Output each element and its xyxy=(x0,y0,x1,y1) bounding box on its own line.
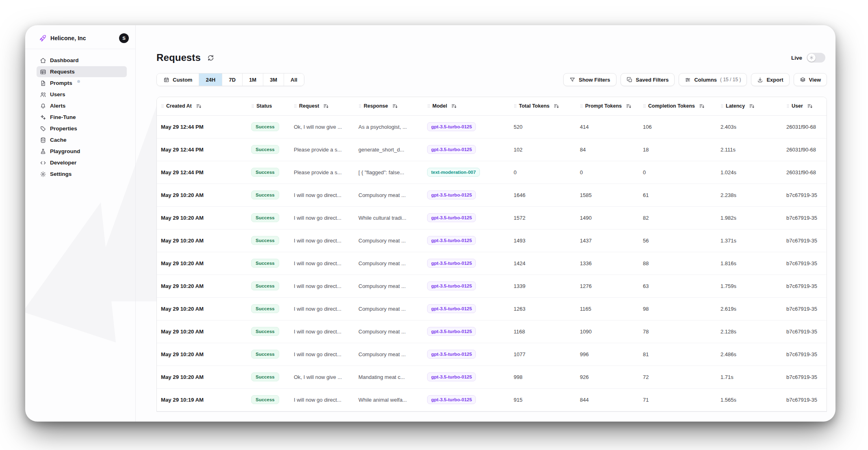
column-header-request[interactable]: Request xyxy=(290,97,354,115)
cell-completion-tokens: 106 xyxy=(639,115,716,138)
cell-request: I will now go direct... xyxy=(290,184,354,206)
time-range-1m[interactable]: 1M xyxy=(243,74,263,86)
avatar[interactable]: S xyxy=(119,33,129,43)
table-row[interactable]: May 29 10:20 AMSuccessI will now go dire… xyxy=(157,297,827,320)
cell-request: I will now go direct... xyxy=(290,320,354,343)
table-row[interactable]: May 29 10:20 AMSuccessOk, I will now giv… xyxy=(157,366,827,388)
column-header-total-tokens[interactable]: Total Tokens xyxy=(510,97,576,115)
table-row[interactable]: May 29 10:20 AMSuccessI will now go dire… xyxy=(157,229,827,252)
drag-handle-icon[interactable] xyxy=(160,104,165,108)
cell-completion-tokens: 0 xyxy=(639,161,716,184)
sort-desc-icon[interactable] xyxy=(749,103,755,109)
table-row[interactable]: May 29 10:20 AMSuccessI will now go dire… xyxy=(157,320,827,343)
cell-prompt-tokens: 0 xyxy=(576,161,639,184)
drag-handle-icon[interactable] xyxy=(786,104,790,108)
requests-table: Created AtStatusRequestResponseModelTota… xyxy=(157,97,827,411)
saved-filters-button[interactable]: Saved Filters xyxy=(621,73,675,86)
model-pill: gpt-3.5-turbo-0125 xyxy=(427,281,476,290)
cell-model: gpt-3.5-turbo-0125 xyxy=(423,388,510,411)
status-badge: Success xyxy=(251,122,279,131)
sidebar-item-settings[interactable]: Settings xyxy=(37,169,127,180)
sort-desc-icon[interactable] xyxy=(626,103,632,109)
sidebar-item-properties[interactable]: Properties xyxy=(37,123,127,134)
sidebar-item-developer[interactable]: Developer xyxy=(37,157,127,168)
sidebar-item-cache[interactable]: Cache xyxy=(37,134,127,145)
cell-model: gpt-3.5-turbo-0125 xyxy=(423,252,510,275)
sort-desc-icon[interactable] xyxy=(392,103,398,109)
table-row[interactable]: May 29 12:44 PMSuccessOk, I will now giv… xyxy=(157,115,827,138)
column-header-user[interactable]: User xyxy=(782,97,827,115)
sort-desc-icon[interactable] xyxy=(196,103,202,109)
sidebar-item-dashboard[interactable]: Dashboard xyxy=(37,55,127,66)
sliders-icon xyxy=(685,77,691,83)
sidebar-item-requests[interactable]: Requests xyxy=(37,66,127,77)
cell-total-tokens: 1646 xyxy=(510,184,576,206)
cell-status: Success xyxy=(247,115,290,138)
cell-total-tokens: 520 xyxy=(510,115,576,138)
live-toggle[interactable] xyxy=(807,53,825,63)
cell-total-tokens: 915 xyxy=(510,388,576,411)
column-header-created-at[interactable]: Created At xyxy=(157,97,247,115)
cell-user: b7c67919-35 xyxy=(782,366,827,388)
table-row[interactable]: May 29 10:20 AMSuccessI will now go dire… xyxy=(157,184,827,206)
table-row[interactable]: May 29 10:20 AMSuccessI will now go dire… xyxy=(157,252,827,275)
sidebar-item-label: Users xyxy=(50,91,65,97)
show-filters-button[interactable]: Show Filters xyxy=(563,73,616,86)
refresh-icon[interactable] xyxy=(207,54,215,62)
sort-desc-icon[interactable] xyxy=(553,103,560,109)
status-badge: Success xyxy=(251,395,279,404)
time-range-custom[interactable]: Custom xyxy=(157,74,199,86)
time-range-all[interactable]: All xyxy=(284,74,304,86)
time-range-label: 24H xyxy=(206,77,215,83)
drag-handle-icon[interactable] xyxy=(426,104,431,108)
column-header-response[interactable]: Response xyxy=(354,97,423,115)
sort-desc-icon[interactable] xyxy=(699,103,705,109)
time-range-label: 1M xyxy=(249,77,256,83)
column-header-status[interactable]: Status xyxy=(247,97,290,115)
drag-handle-icon[interactable] xyxy=(720,104,725,108)
cell-latency: 1.759s xyxy=(716,275,782,297)
export-button[interactable]: Export xyxy=(751,73,789,86)
column-header-latency[interactable]: Latency xyxy=(716,97,782,115)
sort-desc-icon[interactable] xyxy=(807,103,813,109)
drag-handle-icon[interactable] xyxy=(293,104,298,108)
org-switcher[interactable]: Helicone, Inc S xyxy=(25,25,135,49)
column-header-model[interactable]: Model xyxy=(423,97,510,115)
table-row[interactable]: May 29 10:19 AMSuccessI will now go dire… xyxy=(157,388,827,411)
table-row[interactable]: May 29 10:20 AMSuccessI will now go dire… xyxy=(157,275,827,297)
column-header-prompt-tokens[interactable]: Prompt Tokens xyxy=(576,97,639,115)
sidebar-item-alerts[interactable]: Alerts xyxy=(37,100,127,111)
sidebar-item-users[interactable]: Users xyxy=(37,89,127,100)
view-button[interactable]: View xyxy=(794,73,827,86)
table-row[interactable]: May 29 10:20 AMSuccessI will now go dire… xyxy=(157,206,827,229)
drag-handle-icon[interactable] xyxy=(579,104,584,108)
model-pill: gpt-3.5-turbo-0125 xyxy=(427,372,476,381)
drag-handle-icon[interactable] xyxy=(642,104,647,108)
cell-response: Compulsory meat ... xyxy=(354,343,423,366)
time-range-24h[interactable]: 24H xyxy=(199,74,222,86)
sort-desc-icon[interactable] xyxy=(323,103,329,109)
table-row[interactable]: May 29 10:20 AMSuccessI will now go dire… xyxy=(157,343,827,366)
toolbar: Custom24H7D1M3MAll Show FiltersSaved Fil… xyxy=(156,73,827,86)
cell-total-tokens: 1339 xyxy=(510,275,576,297)
sidebar-item-label: Dashboard xyxy=(50,57,79,63)
time-range-7d[interactable]: 7D xyxy=(222,74,243,86)
cell-status: Success xyxy=(247,366,290,388)
time-range-3m[interactable]: 3M xyxy=(263,74,284,86)
table-row[interactable]: May 29 12:44 PMSuccessPlease provide a s… xyxy=(157,161,827,184)
drag-handle-icon[interactable] xyxy=(250,104,255,108)
cell-prompt-tokens: 1336 xyxy=(576,252,639,275)
sidebar-item-playground[interactable]: Playground xyxy=(37,146,127,157)
columns-button[interactable]: Columns( 15 / 15 ) xyxy=(679,73,747,86)
drag-handle-icon[interactable] xyxy=(513,104,518,108)
sort-desc-icon[interactable] xyxy=(451,103,457,109)
calendar-icon xyxy=(163,77,169,83)
column-header-completion-tokens[interactable]: Completion Tokens xyxy=(639,97,716,115)
table-row[interactable]: May 29 12:44 PMSuccessPlease provide a s… xyxy=(157,138,827,161)
gear-icon xyxy=(40,171,46,177)
drag-handle-icon[interactable] xyxy=(358,104,362,108)
button-label: Show Filters xyxy=(579,77,610,83)
sidebar-item-fine-tune[interactable]: Fine-Tune xyxy=(37,112,127,123)
snowflake-icon xyxy=(809,55,814,60)
sidebar-item-prompts[interactable]: Prompts xyxy=(37,78,127,89)
